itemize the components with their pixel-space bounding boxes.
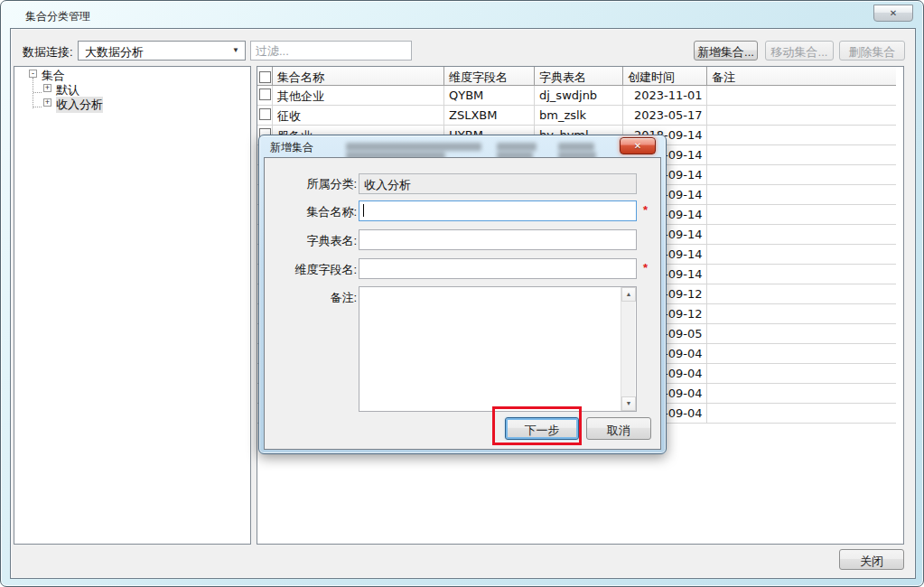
- cell-note: [707, 384, 896, 404]
- window: 集合分类管理 ✕ 数据连接: 大数据分析 ▼ 新增集合... 移动集合... 删…: [0, 0, 924, 587]
- row-checkbox-cell: [257, 86, 273, 106]
- note-textarea[interactable]: [359, 286, 637, 412]
- cell-created: 2023-05-17: [623, 106, 707, 126]
- name-label: 集合名称:: [270, 204, 357, 220]
- tree-collapse-icon[interactable]: -: [29, 70, 37, 78]
- cell-note: [707, 185, 896, 205]
- screen: 集合分类管理 ✕ 数据连接: 大数据分析 ▼ 新增集合... 移动集合... 删…: [0, 0, 924, 587]
- row-checkbox-cell: [257, 106, 273, 126]
- cell-dim: ZSLXBM: [444, 106, 535, 126]
- cell-dict: dj_swdjnb: [535, 86, 623, 106]
- close-window-button[interactable]: 关闭: [839, 549, 904, 570]
- dimension-label: 维度字段名:: [270, 262, 357, 278]
- connection-select[interactable]: 大数据分析 ▼: [78, 41, 246, 61]
- required-marker: *: [643, 261, 648, 275]
- delete-collection-button[interactable]: 删除集合: [839, 41, 905, 61]
- cell-note: [707, 225, 896, 245]
- cell-dict: bm_zslk: [535, 106, 623, 126]
- cell-note: [707, 344, 896, 364]
- next-step-button[interactable]: 下一步: [505, 417, 579, 440]
- filter-input[interactable]: [250, 41, 412, 61]
- glass-reflection: [346, 143, 481, 151]
- cell-note: [707, 364, 896, 384]
- cell-note: [707, 165, 896, 185]
- scroll-up-icon[interactable]: ▲: [621, 287, 636, 302]
- connection-label: 数据连接:: [23, 44, 73, 61]
- required-marker: *: [643, 203, 648, 217]
- tree-item-income-analysis[interactable]: 收入分析: [56, 97, 103, 113]
- tree-expand-icon[interactable]: +: [43, 98, 51, 107]
- dict-table-input[interactable]: [359, 229, 637, 250]
- move-collection-button[interactable]: 移动集合...: [765, 41, 834, 61]
- chevron-down-icon: ▼: [232, 46, 239, 54]
- cell-note: [707, 145, 896, 165]
- dialog-body: 所属分类: 收入分析 集合名称: * 字典表名: 维度字段名: * 备注: ▲ …: [264, 157, 661, 450]
- cell-note: [707, 404, 896, 424]
- cancel-button[interactable]: 取消: [586, 417, 651, 440]
- tree-connector: [33, 92, 42, 93]
- new-collection-dialog: 新增集合 ✕ 所属分类: 收入分析 集合名称: * 字典表名:: [258, 135, 667, 454]
- connection-value: 大数据分析: [85, 44, 144, 61]
- dialog-title: 新增集合: [270, 140, 313, 155]
- select-all-checkbox[interactable]: [259, 71, 271, 83]
- cell-note: [707, 265, 896, 284]
- header-created[interactable]: 创建时间: [623, 67, 707, 86]
- dialog-titlebar: 新增集合: [260, 136, 665, 157]
- glass-reflection: [497, 143, 537, 151]
- add-collection-button[interactable]: 新增集合...: [694, 41, 758, 61]
- category-tree-panel: - 集合 + 默认 + 收入分析: [14, 66, 251, 545]
- cell-name: 征收: [273, 106, 444, 126]
- cell-note: [707, 304, 896, 324]
- scroll-down-icon[interactable]: ▼: [621, 396, 636, 411]
- close-icon: ✕: [634, 141, 641, 151]
- header-checkbox-cell: [257, 67, 273, 86]
- table-row[interactable]: 征收ZSLXBMbm_zslk2023-05-17: [257, 106, 896, 126]
- table-row[interactable]: 其他企业QYBMdj_swdjnb2023-11-01: [257, 86, 896, 106]
- dimension-field-input[interactable]: [359, 258, 637, 279]
- close-icon: ✕: [890, 8, 897, 18]
- cell-note: [707, 245, 896, 265]
- dialog-close-button[interactable]: ✕: [620, 137, 656, 154]
- cell-created: 2023-11-01: [623, 86, 707, 106]
- row-checkbox[interactable]: [259, 108, 271, 120]
- window-title: 集合分类管理: [25, 9, 90, 24]
- header-dict-table[interactable]: 字典表名: [535, 67, 623, 86]
- cell-note: [707, 324, 896, 344]
- row-checkbox[interactable]: [259, 89, 271, 100]
- category-value-box: 收入分析: [359, 173, 637, 194]
- header-dimension-field[interactable]: 维度字段名: [444, 67, 535, 86]
- collection-name-input[interactable]: [359, 200, 637, 221]
- note-label: 备注:: [270, 290, 357, 306]
- cell-name: 其他企业: [273, 86, 444, 106]
- tree-connector: [33, 107, 42, 107]
- cell-note: [707, 106, 896, 126]
- cell-note: [707, 284, 896, 304]
- cell-dim: QYBM: [444, 86, 535, 106]
- dict-label: 字典表名:: [270, 233, 357, 249]
- cell-note: [707, 126, 896, 145]
- tree-connector: [33, 78, 33, 108]
- textarea-scrollbar[interactable]: ▲ ▼: [621, 287, 635, 411]
- header-name[interactable]: 集合名称: [273, 67, 444, 86]
- tree-expand-icon[interactable]: +: [43, 84, 51, 92]
- cell-note: [707, 86, 896, 106]
- text-caret: [363, 204, 364, 217]
- table-header: 集合名称 维度字段名 字典表名 创建时间 备注: [257, 67, 896, 86]
- header-note[interactable]: 备注: [707, 67, 896, 86]
- glass-reflection: [558, 143, 594, 151]
- window-close-button[interactable]: ✕: [873, 5, 913, 22]
- cell-note: [707, 205, 896, 225]
- category-label: 所属分类:: [270, 176, 357, 192]
